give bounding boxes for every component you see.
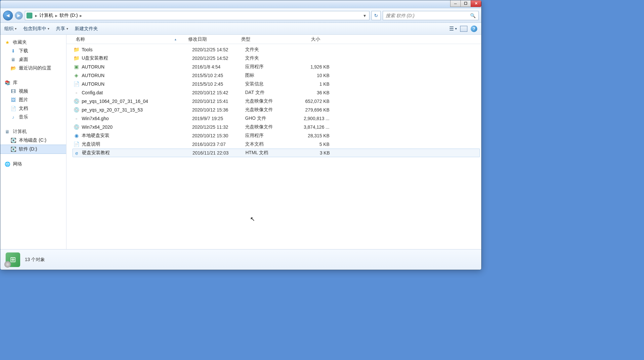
file-date: 2019/9/7 19:25 bbox=[192, 116, 245, 121]
file-size: 652,072 KB bbox=[296, 99, 329, 104]
file-name: AUTORUN bbox=[82, 81, 192, 87]
file-row[interactable]: ▫Config.dat2020/10/12 15:42DAT 文件36 KB bbox=[66, 88, 481, 97]
refresh-button[interactable]: ↻ bbox=[371, 11, 381, 20]
back-button[interactable]: ◄ bbox=[3, 11, 13, 21]
file-name: Config.dat bbox=[82, 90, 192, 95]
file-size: 1 KB bbox=[296, 81, 329, 87]
forward-button[interactable]: ► bbox=[15, 12, 23, 20]
include-in-library-menu[interactable]: 包含到库中 bbox=[23, 26, 49, 32]
file-row[interactable]: 💿pe_yqs_1064_20_07_31_16_042020/10/12 15… bbox=[66, 97, 481, 106]
sidebar-item-documents[interactable]: 📄 文档 bbox=[0, 104, 66, 113]
share-menu[interactable]: 共享 bbox=[56, 26, 68, 32]
titlebar bbox=[0, 0, 481, 8]
sidebar-item-recent[interactable]: 📂 最近访问的位置 bbox=[0, 64, 66, 72]
recent-icon: 📂 bbox=[10, 65, 16, 71]
file-size: 28,315 KB bbox=[296, 133, 329, 138]
sidebar-item-label: 下载 bbox=[19, 48, 28, 54]
file-row[interactable]: 📁U盘安装教程2020/12/25 14:52文件夹 bbox=[66, 54, 481, 63]
file-date: 2016/11/21 22:03 bbox=[193, 150, 245, 156]
address-dropdown-icon[interactable]: ▾ bbox=[362, 13, 368, 18]
sidebar-item-label: 桌面 bbox=[19, 57, 28, 63]
navigation-pane: ★ 收藏夹 ⬇ 下载 🖥 桌面 📂 最近访问的位置 📚 bbox=[0, 35, 66, 249]
search-icon[interactable]: 🔍 bbox=[470, 13, 476, 18]
sidebar-item-label: 软件 (D:) bbox=[19, 146, 37, 152]
maximize-button[interactable] bbox=[460, 0, 471, 7]
file-size: 279,696 KB bbox=[296, 107, 329, 112]
status-text: 13 个对象 bbox=[25, 257, 45, 263]
file-type: GHO 文件 bbox=[245, 115, 296, 121]
document-icon: 📄 bbox=[10, 106, 16, 112]
file-name: 硬盘安装教程 bbox=[82, 150, 193, 156]
file-name: AUTORUN bbox=[82, 64, 192, 69]
breadcrumb-separator-icon: ▸ bbox=[34, 13, 39, 18]
file-type: DAT 文件 bbox=[245, 90, 296, 96]
column-header-size[interactable]: 大小 bbox=[290, 36, 323, 42]
body: ★ 收藏夹 ⬇ 下载 🖥 桌面 📂 最近访问的位置 📚 bbox=[0, 35, 481, 249]
organize-menu[interactable]: 组织 bbox=[4, 26, 17, 32]
search-input[interactable] bbox=[386, 13, 470, 18]
file-row[interactable]: 📄光盘说明2016/10/23 7:07文本文档5 KB bbox=[66, 140, 481, 149]
sidebar-item-videos[interactable]: 🎞 视频 bbox=[0, 87, 66, 96]
address-bar[interactable]: ▸ 计算机 ▸ 软件 (D:) ▸ ▾ bbox=[25, 11, 369, 20]
file-row[interactable]: 💿Win7x64_20202020/12/25 11:32光盘映像文件3,874… bbox=[66, 123, 481, 131]
file-row[interactable]: 💿pe_yqs_xp_20_07_31_15_532020/10/12 15:3… bbox=[66, 106, 481, 114]
view-mode-button[interactable]: ☰ ▾ bbox=[449, 25, 457, 32]
sidebar-item-label: 最近访问的位置 bbox=[19, 65, 51, 71]
close-button[interactable] bbox=[471, 0, 481, 7]
sidebar-computer-header[interactable]: 🖥 计算机 bbox=[0, 127, 66, 136]
sidebar-item-music[interactable]: ♪ 音乐 bbox=[0, 113, 66, 121]
file-type-icon: 📁 bbox=[73, 55, 80, 62]
sidebar-network-header[interactable]: 🌐 网络 bbox=[0, 160, 66, 168]
file-row[interactable]: 📁Tools2020/12/25 14:52文件夹 bbox=[66, 45, 481, 54]
file-name: Win7x64.gho bbox=[82, 116, 192, 121]
desktop-icon: 🖥 bbox=[10, 57, 16, 63]
status-bar: ⊞ 13 个对象 bbox=[0, 249, 481, 270]
file-type-icon: 📁 bbox=[73, 46, 80, 53]
file-row[interactable]: ▣AUTORUN2016/1/8 4:54应用程序1,926 KB bbox=[66, 63, 481, 71]
breadcrumb-separator-icon: ▸ bbox=[54, 13, 59, 18]
column-header-type[interactable]: 类型 bbox=[238, 36, 290, 42]
file-type: 应用程序 bbox=[245, 64, 296, 70]
file-row[interactable]: ▫Win7x64.gho2019/9/7 19:25GHO 文件2,900,81… bbox=[66, 114, 481, 123]
computer-icon: 🖥 bbox=[4, 129, 10, 135]
minimize-button[interactable] bbox=[450, 0, 461, 7]
file-type-icon: ▫ bbox=[73, 115, 80, 122]
column-header-name[interactable]: 名称 ▴ bbox=[73, 36, 186, 42]
sidebar-item-drive-d[interactable]: 💽 软件 (D:) bbox=[0, 145, 66, 154]
file-list: 名称 ▴ 修改日期 类型 大小 📁Tools2020/12/25 14:52文件… bbox=[66, 35, 481, 249]
file-type-icon: ▫ bbox=[73, 89, 80, 96]
sidebar-item-drive-c[interactable]: 💽 本地磁盘 (C:) bbox=[0, 136, 66, 145]
file-type: 光盘映像文件 bbox=[245, 107, 296, 113]
column-header-date[interactable]: 修改日期 bbox=[186, 36, 238, 42]
file-type-icon: ◉ bbox=[73, 132, 80, 139]
file-type-icon: 💿 bbox=[73, 107, 80, 113]
sidebar-computer-label: 计算机 bbox=[13, 129, 27, 135]
sidebar-item-desktop[interactable]: 🖥 桌面 bbox=[0, 55, 66, 64]
sidebar-favorites-header[interactable]: ★ 收藏夹 bbox=[0, 38, 66, 47]
sidebar-libraries-header[interactable]: 📚 库 bbox=[0, 78, 66, 87]
file-name: Win7x64_2020 bbox=[82, 124, 192, 130]
file-row[interactable]: 📄AUTORUN2015/5/10 2:45安装信息1 KB bbox=[66, 80, 481, 88]
file-name: 本地硬盘安装 bbox=[82, 133, 192, 139]
new-folder-button[interactable]: 新建文件夹 bbox=[75, 26, 98, 32]
file-size: 3,874,126 ... bbox=[296, 124, 329, 130]
file-type-icon: 💿 bbox=[73, 124, 80, 130]
column-label: 名称 bbox=[76, 36, 85, 42]
file-date: 2020/10/12 15:30 bbox=[192, 133, 245, 138]
sidebar-item-downloads[interactable]: ⬇ 下载 bbox=[0, 47, 66, 55]
preview-pane-button[interactable] bbox=[460, 26, 467, 32]
file-row[interactable]: ◈AUTORUN2015/5/10 2:45图标10 KB bbox=[66, 71, 481, 80]
drive-icon bbox=[26, 13, 32, 19]
file-row[interactable]: e硬盘安装教程2016/11/21 22:03HTML 文档3 KB bbox=[72, 149, 480, 157]
network-icon: 🌐 bbox=[4, 161, 10, 167]
file-name: AUTORUN bbox=[82, 73, 192, 78]
breadcrumb-computer[interactable]: 计算机 bbox=[39, 13, 53, 19]
breadcrumb-drive[interactable]: 软件 (D:) bbox=[60, 13, 78, 19]
search-box[interactable]: 🔍 bbox=[383, 11, 479, 20]
file-date: 2020/12/25 14:52 bbox=[192, 47, 245, 52]
breadcrumb-separator-icon: ▸ bbox=[78, 13, 83, 18]
help-button[interactable]: ? bbox=[471, 25, 477, 32]
sidebar-item-pictures[interactable]: 🖼 图片 bbox=[0, 96, 66, 104]
file-row[interactable]: ◉本地硬盘安装2020/10/12 15:30应用程序28,315 KB bbox=[66, 131, 481, 140]
chevron-down-icon: ▾ bbox=[455, 27, 457, 30]
